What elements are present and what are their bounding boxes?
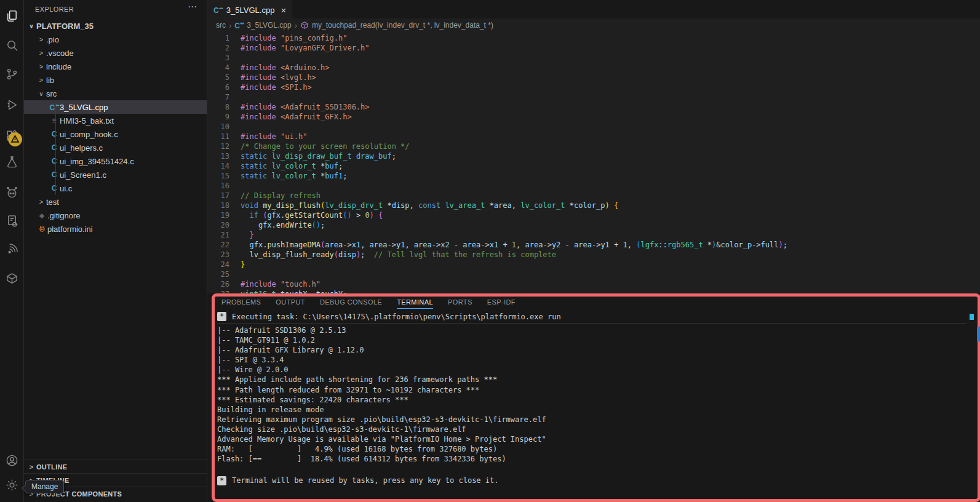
tree-item-label: ui.c [60, 184, 72, 193]
manage-tooltip: Manage [25, 480, 64, 493]
line-number: 15 [207, 171, 229, 181]
tree-item-label: PLATFORM_35 [36, 22, 94, 31]
terminal-line: *** Applied include path shortening for … [217, 375, 966, 384]
panel-tab-output[interactable]: OUTPUT [276, 298, 305, 309]
terminal-panel: PROBLEMSOUTPUTDEBUG CONSOLETERMINALPORTS… [207, 293, 980, 502]
explorer-sidebar: EXPLORER ⋯ ∨PLATFORM_35>.pio>.vscode>inc… [24, 0, 207, 502]
code-line-26: 26#include "touch.h" [207, 279, 980, 289]
source-control-icon[interactable] [0, 62, 23, 86]
containers-icon[interactable] [0, 266, 23, 290]
tree-item-test[interactable]: >test [24, 195, 207, 209]
file-tree: ∨PLATFORM_35>.pio>.vscode>include>lib∨sr… [24, 19, 207, 236]
tree-item-label: ui_Screen1.c [60, 170, 106, 180]
panel-tab-ports[interactable]: PORTS [448, 298, 472, 309]
tree-item-ui-c[interactable]: Cui.c [24, 181, 207, 195]
code-line-3: 3 [207, 53, 980, 63]
code-line-7: 7 [207, 92, 980, 102]
code-line-14: 14static lv_color_t *buf; [207, 161, 980, 171]
line-number: 1 [207, 33, 229, 43]
terminal-line: Flash: [== ] 18.4% (used 614312 bytes fr… [217, 454, 966, 464]
breadcrumb-file[interactable]: 3_5LVGL.cpp [247, 21, 292, 30]
code-line-18: 18void my_disp_flush(lv_disp_drv_t *disp… [207, 201, 980, 210]
terminal-output[interactable]: * Executing task: C:\Users\14175\.platfo… [217, 310, 966, 497]
line-number: 16 [207, 181, 229, 191]
testing-icon[interactable] [0, 149, 23, 174]
extensions-icon[interactable] [0, 123, 23, 148]
tree-item-platform-35[interactable]: ∨PLATFORM_35 [24, 19, 207, 33]
line-number: 21 [207, 230, 229, 240]
line-number: 14 [207, 161, 229, 171]
platformio-icon[interactable] [0, 180, 23, 204]
tree-item-ui-comp-hook-c[interactable]: Cui_comp_hook.c [24, 127, 207, 141]
tree-item-hmi3-5-bak-txt[interactable]: ≡HMI3-5_bak.txt [24, 114, 207, 127]
method-symbol-icon [300, 21, 309, 30]
tab-3-5lvgl-cpp[interactable]: C++ 3_5LVGL.cpp × [207, 0, 292, 19]
platformio-project-tasks-icon[interactable] [0, 209, 23, 233]
tree-item-label: ui_helpers.c [60, 143, 103, 153]
tab-close-icon[interactable]: × [281, 5, 286, 15]
breadcrumb-src[interactable]: src [216, 21, 226, 30]
terminal-reuse-row: * Terminal will be reused by tasks, pres… [217, 474, 966, 487]
tree-item-platformio-ini[interactable]: platformio.ini [24, 222, 207, 236]
breadcrumb: src › C++ 3_5LVGL.cpp › my_touchpad_read… [207, 18, 980, 32]
explorer-icon[interactable] [0, 4, 23, 28]
code-line-27: 27uint16_t touchX, touchY; [207, 289, 980, 293]
account-icon[interactable] [0, 448, 23, 472]
tree-item-3-5lvgl-cpp[interactable]: C++3_5LVGL.cpp [24, 100, 207, 114]
chevron-expanded-icon: ∨ [36, 90, 46, 97]
line-number: 23 [207, 250, 229, 260]
tree-item-ui-screen1-c[interactable]: Cui_Screen1.c [24, 168, 207, 181]
search-icon[interactable] [0, 33, 23, 58]
code-editor[interactable]: 1#include "pins_config.h"2#include "Lovy… [207, 32, 980, 293]
tree-item--gitignore[interactable]: ◆.gitignore [24, 209, 207, 222]
settings-gear-icon[interactable] [0, 472, 23, 497]
right-edge-scrollbar-indicator[interactable] [977, 327, 980, 341]
panel-tabs: PROBLEMSOUTPUTDEBUG CONSOLETERMINALPORTS… [221, 298, 516, 309]
c-file-icon: C [49, 144, 60, 151]
tree-item--pio[interactable]: >.pio [24, 33, 207, 46]
line-number: 19 [207, 210, 229, 220]
panel-tab-terminal[interactable]: TERMINAL [397, 298, 433, 309]
tree-item-include[interactable]: >include [24, 60, 207, 73]
line-number: 25 [207, 269, 229, 279]
tree-item-ui-helpers-c[interactable]: Cui_helpers.c [24, 141, 207, 154]
tree-item-lib[interactable]: >lib [24, 73, 207, 87]
tree-item-src[interactable]: ∨src [24, 87, 207, 100]
code-line-25: 25 [207, 269, 980, 279]
c-file-icon: C [49, 157, 60, 165]
terminal-scrollbar-handle[interactable] [970, 314, 974, 320]
c-file-icon: C [49, 185, 60, 192]
code-line-12: 12/* Change to your screen resolution */ [207, 141, 980, 151]
code-line-11: 11#include "ui.h" [207, 132, 980, 141]
extensions-warning-badge [8, 132, 22, 146]
section-outline[interactable]: >OUTLINE [24, 460, 207, 474]
tree-item--vscode[interactable]: >.vscode [24, 46, 207, 60]
panel-tab-debug-console[interactable]: DEBUG CONSOLE [320, 298, 382, 309]
breadcrumb-symbol[interactable]: my_touchpad_read(lv_indev_drv_t *, lv_in… [312, 21, 493, 30]
tree-item-label: .pio [46, 35, 59, 44]
line-number: 11 [207, 132, 229, 141]
tree-item-label: 3_5LVGL.cpp [60, 103, 108, 112]
tree-item-label: lib [46, 76, 54, 85]
panel-tab-problems[interactable]: PROBLEMS [221, 298, 261, 309]
terminal-lines: |-- Adafruit SSD1306 @ 2.5.13|-- TAMC_GT… [217, 325, 966, 464]
espressif-icon[interactable] [0, 236, 23, 261]
txt-file-icon: ≡ [49, 117, 60, 124]
editor-area: C++ 3_5LVGL.cpp × src › C++ 3_5LVGL.cpp … [207, 0, 980, 502]
terminal-line: *** Estimated savings: 22420 characters … [217, 395, 966, 405]
terminal-line: |-- Adafruit SSD1306 @ 2.5.13 [217, 325, 966, 335]
panel-tab-esp-idf[interactable]: ESP-IDF [487, 298, 516, 309]
c-file-icon: C [49, 171, 60, 178]
breadcrumb-separator-icon: › [229, 21, 231, 30]
code-line-17: 17// Display refresh [207, 191, 980, 201]
pio-file-icon [36, 225, 47, 234]
code-line-4: 4#include <Arduino.h> [207, 63, 980, 73]
more-actions-icon[interactable]: ⋯ [188, 1, 197, 12]
task-badge-icon: * [217, 312, 226, 321]
explorer-title: EXPLORER [24, 6, 74, 13]
tree-item-label: ui_img_394551424.c [60, 157, 134, 166]
tree-item-ui-img-394551424-c[interactable]: Cui_img_394551424.c [24, 154, 207, 168]
run-debug-icon[interactable] [0, 92, 23, 117]
tree-item-label: platformio.ini [47, 225, 93, 234]
chevron-collapsed-icon: > [36, 76, 46, 84]
